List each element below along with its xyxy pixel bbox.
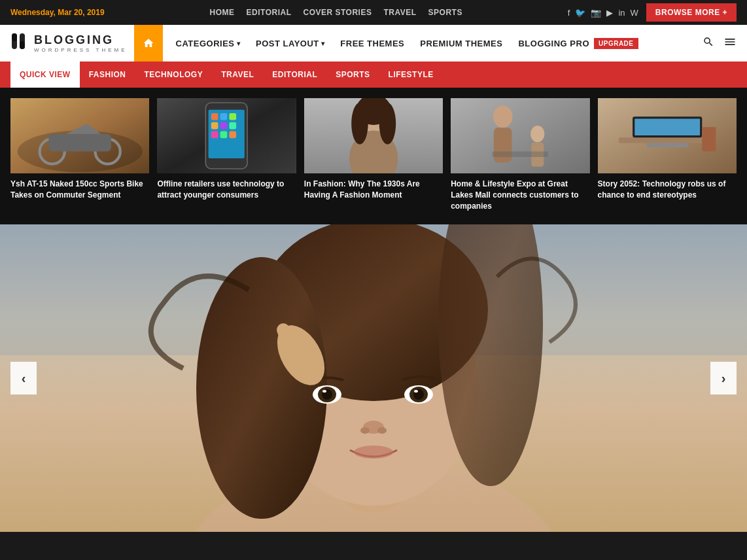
svg-point-59 — [354, 446, 393, 459]
svg-rect-18 — [230, 122, 237, 130]
svg-rect-14 — [220, 113, 228, 120]
sec-nav-editorial[interactable]: EDITORIAL — [263, 61, 326, 88]
article-title-0: Ysh AT-15 Naked 150cc Sports Bike Takes … — [10, 179, 149, 201]
top-bar: Wednesday, Mar 20, 2019 HOME EDITORIAL C… — [0, 0, 747, 25]
logo-icon — [10, 31, 29, 56]
svg-rect-30 — [494, 128, 512, 162]
article-thumb-0 — [10, 98, 149, 173]
secondary-nav: QUICK VIEW FASHION TECHNOLOGY TRAVEL EDI… — [0, 61, 747, 88]
date-display: Wednesday, Mar 20, 2019 — [10, 8, 105, 17]
nav-premium-themes[interactable]: PREMIUM THEMES — [413, 33, 509, 54]
logo-text: BLOGGING WORDPRESS THEME — [34, 33, 128, 53]
home-button[interactable] — [134, 25, 163, 61]
article-card-0[interactable]: Ysh AT-15 Naked 150cc Sports Bike Takes … — [10, 98, 149, 211]
chevron-down-icon: ▾ — [321, 40, 325, 47]
top-bar-right: f 🐦 📷 ▶ in W BROWSE MORE + — [568, 3, 737, 22]
article-title-3: Home & Lifestyle Expo at Great Lakes Mal… — [451, 179, 589, 211]
sec-nav-technology[interactable]: TECHNOLOGY — [135, 61, 213, 88]
top-nav-travel[interactable]: TRAVEL — [383, 8, 416, 17]
upgrade-badge[interactable]: UPGRADE — [594, 38, 638, 49]
top-nav-sports[interactable]: SPORTS — [428, 8, 462, 17]
svg-rect-39 — [702, 127, 716, 151]
svg-rect-13 — [211, 113, 218, 120]
svg-rect-21 — [230, 131, 237, 139]
social-icons: f 🐦 📷 ▶ in W — [568, 8, 638, 18]
articles-grid: Ysh AT-15 Naked 150cc Sports Bike Takes … — [10, 98, 737, 211]
svg-rect-3 — [20, 41, 25, 49]
svg-rect-38 — [646, 143, 688, 147]
chevron-down-icon: ▾ — [237, 40, 241, 47]
home-icon — [143, 37, 154, 49]
logo-sub-text: WORDPRESS THEME — [34, 47, 128, 53]
nav-menu: CATEGORIES ▾ POST LAYOUT ▾ FREE THEMES P… — [169, 33, 703, 54]
articles-section: Ysh AT-15 Naked 150cc Sports Bike Takes … — [0, 88, 747, 224]
article-card-2[interactable]: In Fashion: Why The 1930s Are Having A F… — [304, 98, 443, 211]
svg-rect-19 — [211, 131, 218, 139]
svg-rect-16 — [211, 122, 218, 130]
top-nav-coverstories[interactable]: COVER STORIES — [303, 8, 372, 17]
svg-rect-37 — [634, 118, 700, 135]
svg-rect-35 — [618, 137, 716, 143]
slide-svg — [0, 224, 747, 532]
menu-icon[interactable] — [723, 35, 737, 52]
article-thumb-2 — [304, 98, 443, 173]
nav-blogging-pro[interactable]: BLOGGING PRO UPGRADE — [512, 33, 644, 54]
svg-rect-17 — [220, 122, 228, 130]
nav-post-layout[interactable]: POST LAYOUT ▾ — [249, 33, 331, 54]
slider-section: ‹ › — [0, 224, 747, 532]
svg-rect-2 — [12, 33, 17, 41]
slider-next-button[interactable]: › — [710, 362, 737, 394]
article-title-4: Story 2052: Technology robs us of chance… — [598, 179, 737, 201]
youtube-icon[interactable]: ▶ — [606, 8, 613, 18]
top-nav: HOME EDITORIAL COVER STORIES TRAVEL SPOR… — [210, 8, 462, 17]
nav-right — [703, 35, 737, 52]
wordpress-icon[interactable]: W — [631, 8, 638, 18]
svg-point-27 — [379, 103, 395, 145]
instagram-icon[interactable]: 📷 — [591, 8, 601, 18]
linkedin-icon[interactable]: in — [618, 8, 625, 18]
svg-point-46 — [196, 257, 327, 519]
top-nav-home[interactable]: HOME — [210, 8, 235, 17]
twitter-icon[interactable]: 🐦 — [575, 8, 585, 18]
sec-nav-sports[interactable]: SPORTS — [326, 61, 379, 88]
svg-rect-8 — [48, 134, 111, 152]
svg-point-58 — [377, 427, 387, 434]
article-thumb-1 — [157, 98, 296, 173]
svg-point-31 — [530, 126, 544, 142]
sec-nav-travel[interactable]: TRAVEL — [212, 61, 263, 88]
article-card-3[interactable]: Home & Lifestyle Expo at Great Lakes Mal… — [451, 98, 589, 211]
svg-rect-33 — [493, 151, 548, 156]
article-card-1[interactable]: Offline retailers use technology to attr… — [157, 98, 296, 211]
facebook-icon[interactable]: f — [568, 8, 570, 18]
article-thumb-3 — [451, 98, 589, 173]
article-card-4[interactable]: Story 2052: Technology robs us of chance… — [598, 98, 737, 211]
svg-rect-28 — [451, 98, 589, 173]
top-nav-editorial[interactable]: EDITORIAL — [247, 8, 292, 17]
logo-svg — [10, 31, 29, 52]
logo: BLOGGING WORDPRESS THEME — [10, 31, 128, 56]
slider-prev-button[interactable]: ‹ — [10, 362, 37, 394]
browse-more-button[interactable]: BROWSE MORE + — [646, 3, 737, 22]
svg-rect-20 — [220, 131, 228, 139]
logo-main-text: BLOGGING — [34, 33, 128, 47]
svg-rect-15 — [230, 113, 237, 120]
nav-categories[interactable]: CATEGORIES ▾ — [169, 33, 247, 54]
svg-point-26 — [351, 103, 368, 145]
sec-nav-quickview[interactable]: QUICK VIEW — [10, 61, 80, 88]
article-title-1: Offline retailers use technology to attr… — [157, 179, 296, 201]
article-title-2: In Fashion: Why The 1930s Are Having A F… — [304, 179, 443, 201]
nav-free-themes[interactable]: FREE THEMES — [334, 33, 411, 54]
svg-point-29 — [493, 105, 513, 128]
search-icon[interactable] — [703, 36, 714, 51]
article-thumb-4 — [598, 98, 737, 173]
slide-image — [0, 224, 747, 532]
svg-point-55 — [414, 390, 418, 393]
svg-point-57 — [360, 427, 370, 434]
svg-point-51 — [322, 390, 326, 393]
sec-nav-lifestyle[interactable]: LIFESTYLE — [379, 61, 443, 88]
main-nav: BLOGGING WORDPRESS THEME CATEGORIES ▾ PO… — [0, 25, 747, 61]
sec-nav-fashion[interactable]: FASHION — [80, 61, 135, 88]
